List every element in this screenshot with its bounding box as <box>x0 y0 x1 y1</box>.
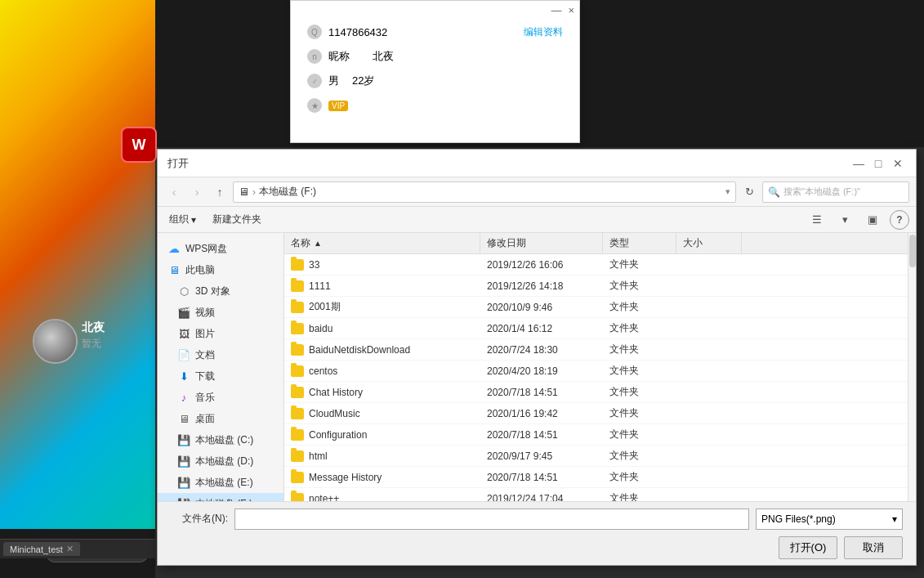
view-list-btn[interactable]: ☰ <box>806 210 828 230</box>
nav-back-btn[interactable]: ‹ <box>164 182 184 202</box>
filename-row: 文件名(N): PNG Files(*.png) ▾ <box>171 509 903 530</box>
avatar[interactable] <box>33 319 78 364</box>
sidebar-item-music[interactable]: ♪ 音乐 <box>158 387 283 408</box>
col-header-size[interactable]: 大小 <box>676 233 742 253</box>
sidebar-wps-cloud-label: WPS网盘 <box>185 242 227 256</box>
taskbar-tab-item[interactable]: Minichat_test ✕ <box>3 542 80 556</box>
folder-icon <box>291 323 304 334</box>
dialog-bottom-bar: 文件名(N): PNG Files(*.png) ▾ 打开(O) 取消 <box>158 501 916 565</box>
file-date-cell: 2020/7/18 14:51 <box>480 472 603 483</box>
sidebar-item-downloads[interactable]: ⬇ 下载 <box>158 365 283 387</box>
sidebar-item-this-pc[interactable]: 🖥 此电脑 <box>158 259 283 280</box>
scrollbar-thumb[interactable] <box>909 235 916 267</box>
table-row[interactable]: CloudMusic 2020/1/16 19:42 文件夹 <box>284 403 908 424</box>
file-type-cell: 文件夹 <box>603 279 676 293</box>
sidebar-item-desktop[interactable]: 🖥 桌面 <box>158 408 283 429</box>
dialog-close-btn[interactable]: ✕ <box>890 155 906 172</box>
organize-btn[interactable]: 组织 ▾ <box>164 210 201 230</box>
view-dropdown-btn[interactable]: ▾ <box>834 210 855 230</box>
address-dropdown-icon[interactable]: ▾ <box>725 186 730 197</box>
qq-number: 1147866432 <box>328 26 387 38</box>
new-folder-btn[interactable]: 新建文件夹 <box>208 210 266 230</box>
file-date: 2020/1/16 19:42 <box>487 408 558 419</box>
sidebar-item-documents[interactable]: 📄 文档 <box>158 344 283 365</box>
folder-icon <box>291 408 304 419</box>
table-row[interactable]: 2001期 2020/10/9 9:46 文件夹 <box>284 297 908 318</box>
sidebar-item-drive-f[interactable]: 💾 本地磁盘 (F:) <box>158 493 283 501</box>
file-name-cell: 1111 <box>284 280 480 292</box>
sidebar-video-label: 视频 <box>195 306 215 320</box>
drive-c-icon: 💾 <box>177 433 190 446</box>
folder-icon <box>291 280 304 292</box>
tab-label: Minichat_test <box>10 544 63 554</box>
help-btn[interactable]: ? <box>890 210 909 230</box>
nav-forward-btn[interactable]: › <box>187 182 207 202</box>
table-row[interactable]: 1111 2019/12/26 14:18 文件夹 <box>284 276 908 297</box>
sidebar-3d-label: 3D 对象 <box>195 285 230 298</box>
table-row[interactable]: 33 2019/12/26 16:06 文件夹 <box>284 254 908 276</box>
picture-icon: 🖼 <box>177 327 190 340</box>
dialog-minimize-btn[interactable]: — <box>850 155 867 172</box>
sidebar-item-drive-d[interactable]: 💾 本地磁盘 (D:) <box>158 450 283 472</box>
file-name-cell: CloudMusic <box>284 408 480 419</box>
minimize-button[interactable]: — <box>551 4 561 16</box>
refresh-btn[interactable]: ↻ <box>739 182 759 202</box>
view-pane-btn[interactable]: ▣ <box>862 210 883 230</box>
file-date: 2020/1/4 16:12 <box>487 323 552 334</box>
col-header-name[interactable]: 名称 ▲ <box>284 233 480 253</box>
sidebar-documents-label: 文档 <box>195 348 215 362</box>
table-row[interactable]: note++ 2019/12/24 17:04 文件夹 <box>284 488 908 501</box>
filename-input[interactable] <box>234 509 749 530</box>
folder-icon <box>291 429 304 441</box>
file-name-cell: note++ <box>284 493 480 502</box>
file-type-cell: 文件夹 <box>603 364 676 378</box>
username-label: 北夜 <box>82 320 105 335</box>
table-row[interactable]: baidu 2020/1/4 16:12 文件夹 <box>284 318 908 339</box>
file-name-cell: BaiduNetdiskDownload <box>284 344 480 356</box>
file-date-cell: 2020/4/20 18:19 <box>480 365 603 377</box>
close-button[interactable]: × <box>568 4 574 16</box>
search-box[interactable]: 🔍 搜索"本地磁盘 (F:)" <box>762 181 909 203</box>
action-buttons-row: 打开(O) 取消 <box>171 536 903 559</box>
sidebar-item-drive-e[interactable]: 💾 本地磁盘 (E:) <box>158 472 283 493</box>
dialog-maximize-btn[interactable]: □ <box>870 155 886 172</box>
sidebar-music-label: 音乐 <box>195 391 215 405</box>
file-date-cell: 2020/7/18 14:51 <box>480 387 603 398</box>
filelist-scrollbar[interactable] <box>908 233 916 501</box>
file-date: 2020/7/18 14:51 <box>487 429 558 441</box>
computer-icon: 🖥 <box>167 263 181 276</box>
sidebar-item-drive-c[interactable]: 💾 本地磁盘 (C:) <box>158 429 283 450</box>
address-bar[interactable]: 🖥 › 本地磁盘 (F:) ▾ <box>233 181 736 203</box>
file-type: 文件夹 <box>609 364 639 378</box>
sidebar-item-pictures[interactable]: 🖼 图片 <box>158 323 283 344</box>
sidebar-item-wps-cloud[interactable]: ☁ WPS网盘 <box>158 238 283 259</box>
table-row[interactable]: Configuration 2020/7/18 14:51 文件夹 <box>284 424 908 446</box>
file-date: 2020/7/18 14:51 <box>487 387 558 398</box>
cancel-button[interactable]: 取消 <box>844 536 903 559</box>
nav-up-btn[interactable]: ↑ <box>210 182 230 202</box>
col-header-type[interactable]: 类型 <box>603 233 676 253</box>
sidebar-item-video[interactable]: 🎬 视频 <box>158 302 283 323</box>
tab-close-icon[interactable]: ✕ <box>66 544 74 554</box>
file-date: 2019/12/26 14:18 <box>487 280 563 292</box>
table-row[interactable]: Chat History 2020/7/18 14:51 文件夹 <box>284 382 908 403</box>
open-button[interactable]: 打开(O) <box>779 536 837 559</box>
sidebar-item-3d-objects[interactable]: ⬡ 3D 对象 <box>158 280 283 302</box>
table-row[interactable]: html 2020/9/17 9:45 文件夹 <box>284 446 908 467</box>
organize-dropdown-icon: ▾ <box>191 214 196 226</box>
table-row[interactable]: Message History 2020/7/18 14:51 文件夹 <box>284 467 908 488</box>
file-type-cell: 文件夹 <box>603 470 676 484</box>
tab-bar: Minichat_test ✕ <box>0 539 155 558</box>
file-date-cell: 2019/12/26 14:18 <box>480 280 603 292</box>
qq-gender-row: ♂ 男 22岁 <box>291 69 579 93</box>
table-row[interactable]: BaiduNetdiskDownload 2020/7/24 18:30 文件夹 <box>284 339 908 361</box>
edit-profile-link[interactable]: 编辑资料 <box>524 25 563 39</box>
file-type: 文件夹 <box>609 321 639 335</box>
file-date: 2019/12/26 16:06 <box>487 259 563 271</box>
col-header-date[interactable]: 修改日期 <box>480 233 603 253</box>
filetype-dropdown[interactable]: PNG Files(*.png) ▾ <box>756 509 903 530</box>
organize-label: 组织 <box>169 213 189 226</box>
file-name-cell: Configuration <box>284 429 480 441</box>
table-row[interactable]: centos 2020/4/20 18:19 文件夹 <box>284 361 908 382</box>
file-type-cell: 文件夹 <box>603 300 676 314</box>
